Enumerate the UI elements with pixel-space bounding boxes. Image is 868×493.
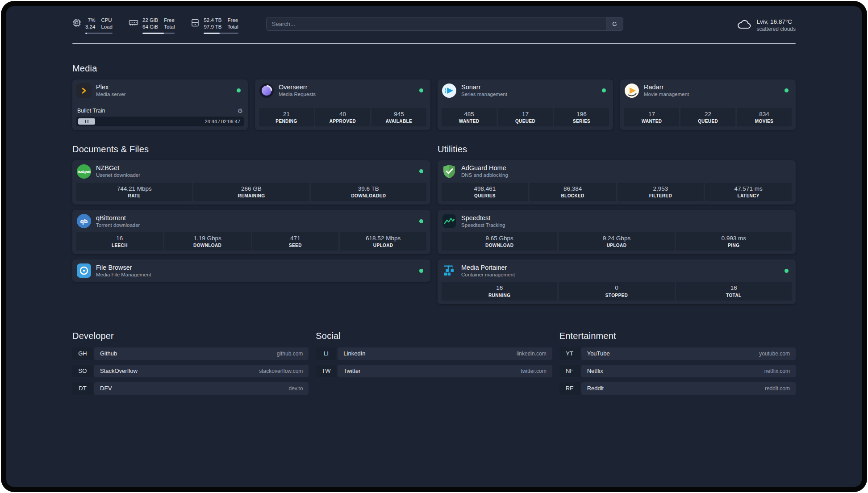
stat-tile: 266 GB REMAINING <box>193 183 309 201</box>
service-name: Sonarr <box>461 83 507 91</box>
stat-tile: 22 QUEUED <box>680 108 735 126</box>
memory-icon <box>129 18 138 34</box>
bookmark-domain: linkedin.com <box>517 351 547 357</box>
bookmark-twitter[interactable]: TW Twitter twitter.com <box>316 365 552 377</box>
stat-value: 16 <box>77 234 162 242</box>
disk-total-label: Total <box>228 24 238 30</box>
bookmark-reddit[interactable]: RE Reddit reddit.com <box>559 382 796 395</box>
stat-label: QUEUED <box>499 119 552 124</box>
bookmark-name: DEV <box>100 385 112 392</box>
service-name: NZBGet <box>96 164 140 172</box>
stat-tile: 16 TOTAL <box>676 282 792 300</box>
section-title-media: Media <box>72 63 796 74</box>
bookmark-abbr: DT <box>72 382 93 395</box>
service-link-adguard[interactable]: AdGuard Home DNS and adblocking <box>442 164 792 179</box>
memory-free-value: 22 GiB <box>142 17 158 24</box>
stat-value: 498,461 <box>442 185 527 193</box>
stat-tile: 9.65 Gbps DOWNLOAD <box>442 232 557 251</box>
stat-value: 0 <box>559 284 673 292</box>
adguard-shield-icon <box>442 164 457 179</box>
service-card-plex: Plex Media server Bullet Train ⚙ 24:44 /… <box>72 79 248 130</box>
bookmark-dev[interactable]: DT DEV dev.to <box>72 382 309 395</box>
service-link-sonarr[interactable]: Sonarr Series management <box>442 83 609 98</box>
stat-value: 39.6 TB <box>312 185 426 193</box>
service-link-qbittorrent[interactable]: qb qBittorrent Torrent downloader <box>76 213 426 229</box>
service-subtitle: Series management <box>461 91 507 98</box>
disk-icon <box>191 18 200 34</box>
bookmark-linkedin[interactable]: LI LinkedIn linkedin.com <box>316 347 552 360</box>
service-subtitle: DNS and adblocking <box>461 172 508 179</box>
service-link-speedtest[interactable]: Speedtest Speedtest Tracking <box>442 213 792 229</box>
status-dot <box>419 169 423 173</box>
stat-value: 618.52 Mbps <box>341 234 426 242</box>
stat-value: 21 <box>260 110 313 118</box>
bookmark-netflix[interactable]: NF Netflix netflix.com <box>559 365 796 377</box>
search-provider-button[interactable]: G <box>606 17 623 30</box>
bookmark-github[interactable]: GH Github github.com <box>72 347 309 360</box>
radarr-icon <box>624 83 639 98</box>
service-link-radarr[interactable]: Radarr Movie management <box>624 83 792 98</box>
stat-tile: 498,461 QUERIES <box>442 183 528 201</box>
bookmark-abbr: SO <box>72 365 93 377</box>
stat-value: 744.21 Mbps <box>77 185 191 193</box>
section-utilities: Utilities AdGuard Home DNS and adblockin… <box>438 144 796 309</box>
dashboard-app: 7% 3.24 CPU Load <box>6 6 862 487</box>
status-dot <box>785 269 789 273</box>
stat-tile: 471 SEED <box>252 232 339 251</box>
pause-button[interactable] <box>78 118 95 125</box>
disk-free-label: Free <box>228 17 238 24</box>
cpu-usage-value: 7% <box>88 17 96 24</box>
stat-label: PENDING <box>260 119 313 124</box>
disk-total-value: 97.9 TB <box>204 24 221 30</box>
overseerr-icon <box>259 83 274 98</box>
stat-label: WANTED <box>625 119 678 124</box>
bookmark-abbr: NF <box>559 365 580 377</box>
qbittorrent-icon: qb <box>76 213 92 229</box>
bookmark-domain: github.com <box>277 351 303 357</box>
service-link-filebrowser[interactable]: File Browser Media File Management <box>76 263 426 278</box>
plex-icon <box>76 83 92 98</box>
section-title-utilities: Utilities <box>438 144 796 155</box>
stat-label: DOWNLOAD <box>165 243 250 248</box>
search-input[interactable] <box>267 17 606 30</box>
service-link-plex[interactable]: Plex Media server <box>76 83 244 98</box>
service-link-overseerr[interactable]: Overseerr Media Requests <box>259 83 426 98</box>
gear-icon[interactable]: ⚙ <box>237 108 243 114</box>
bookmark-youtube[interactable]: YT YouTube youtube.com <box>559 347 796 360</box>
stat-tile: 17 WANTED <box>624 108 679 126</box>
bookmark-stackoverflow[interactable]: SO StackOverflow stackoverflow.com <box>72 365 309 377</box>
service-card-overseerr: Overseerr Media Requests 21 PENDING 40 A… <box>255 79 430 130</box>
bookmark-name: Github <box>100 350 117 357</box>
topbar-divider <box>72 43 796 44</box>
nzbget-icon: nzbget <box>76 164 92 179</box>
stat-tile: 945 AVAILABLE <box>371 108 426 126</box>
section-title-developer: Developer <box>72 331 309 341</box>
service-name: Plex <box>96 83 125 91</box>
stat-value: 40 <box>316 110 369 118</box>
service-subtitle: Container management <box>461 272 515 278</box>
stat-tile: 196 SERIES <box>554 108 609 126</box>
service-subtitle: Speedtest Tracking <box>461 222 505 229</box>
service-name: AdGuard Home <box>461 164 508 172</box>
seek-bar[interactable]: 24:44 / 02:06:47 <box>76 117 244 126</box>
memory-total-label: Total <box>164 24 175 30</box>
stat-tile: 16 RUNNING <box>442 282 557 300</box>
topbar: 7% 3.24 CPU Load <box>72 17 796 34</box>
stat-value: 2,953 <box>618 185 703 193</box>
service-subtitle: Torrent downloader <box>96 222 140 229</box>
stat-value: 266 GB <box>194 185 308 193</box>
service-link-nzbget[interactable]: nzbget NZBGet Usenet downloader <box>76 164 426 179</box>
stat-tile: 744.21 Mbps RATE <box>76 183 192 201</box>
stat-label: LEECH <box>77 243 162 248</box>
bookmark-domain: stackoverflow.com <box>259 368 303 374</box>
playback-time: 24:44 / 02:06:47 <box>204 119 244 124</box>
stat-label: TOTAL <box>677 293 791 298</box>
service-card-adguard: AdGuard Home DNS and adblocking 498,461 … <box>438 160 796 205</box>
search-bar: G <box>266 17 623 31</box>
bookmark-abbr: RE <box>559 382 580 395</box>
cloud-icon <box>736 19 752 32</box>
stat-tile: 39.6 TB DOWNLOADED <box>311 183 426 201</box>
section-documents: Documents & Files nzbget NZBGet Usenet d… <box>72 144 430 309</box>
svg-text:qb: qb <box>80 218 88 225</box>
service-link-portainer[interactable]: Media Portainer Container management <box>442 263 792 278</box>
